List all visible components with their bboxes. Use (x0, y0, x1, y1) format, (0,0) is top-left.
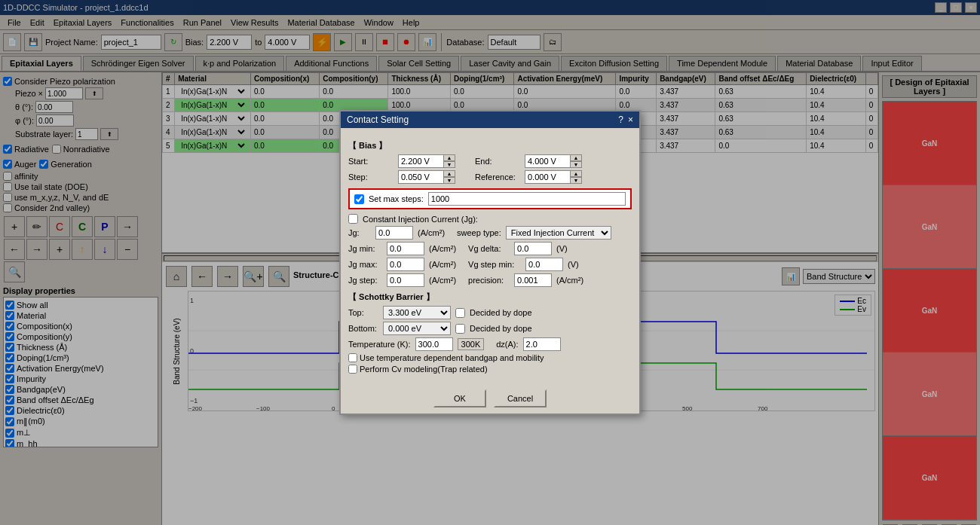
vg-delta-unit: (V) (556, 244, 568, 253)
schottky-section-header: 【 Schottky Barrier 】 (348, 291, 632, 303)
cv-checkbox[interactable] (348, 365, 357, 374)
sweep-type-select[interactable]: Fixed Injection Current Fixed Voltage (506, 226, 611, 240)
temp-dep-checkbox[interactable] (348, 353, 357, 362)
bias-step-row: Step: ▲▼ Reference: ▲▼ (348, 170, 632, 184)
cv-modeling-row: Perform Cv modeling(Trap related) (348, 365, 632, 374)
ref-up[interactable]: ▲ (570, 170, 582, 177)
top-value-select[interactable]: 3.300 eV (383, 306, 451, 319)
ref-down[interactable]: ▼ (570, 177, 582, 184)
temp-dependent-row: Use temperature dependent bandgap and mo… (348, 353, 632, 362)
bias-step-value[interactable] (398, 170, 443, 184)
precision-label: precision: (468, 276, 510, 285)
bias-start-value[interactable] (398, 154, 443, 168)
ref-value[interactable] (525, 170, 570, 184)
start-spin: ▲▼ (398, 154, 455, 168)
bias-start-row: Start: ▲▼ End: ▲▼ (348, 154, 632, 168)
schottky-top-row: Top: 3.300 eV Decided by dope (348, 306, 632, 319)
jg-step-unit: (A/cm²) (429, 276, 456, 285)
max-steps-box: Set max steps: (348, 188, 632, 209)
ok-button[interactable]: OK (433, 389, 486, 407)
vg-step-min-label: Vg step min: (468, 260, 521, 269)
dz-label: dz(A): (496, 340, 518, 349)
end-spin: ▲▼ (525, 154, 582, 168)
start-label: Start: (348, 157, 394, 166)
bottom-schottky-label: Bottom: (348, 324, 378, 333)
top-label: Top: (348, 308, 378, 317)
modal-overlay: Contact Setting ? × 【 Bias 】 Start: ▲▼ E… (0, 0, 980, 525)
top-dope-label: Decided by dope (470, 308, 532, 317)
end-up[interactable]: ▲ (570, 154, 582, 161)
temp-dep-label: Use temperature dependent bandgap and mo… (360, 353, 544, 362)
bottom-dope-checkbox[interactable] (455, 324, 465, 334)
cv-label: Perform Cv modeling(Trap related) (360, 365, 488, 374)
modal-title-text: Contact Setting (347, 114, 409, 125)
step-label: Step: (348, 172, 394, 182)
start-down[interactable]: ▼ (443, 161, 455, 168)
jg-max-label: Jg max: (348, 260, 382, 269)
top-dope-checkbox[interactable] (455, 308, 465, 318)
bias-section-header: 【 Bias 】 (348, 140, 632, 151)
jg-step-label: Jg step: (348, 276, 382, 285)
constant-injection-label: Constant Injection Current (Jg): (363, 215, 478, 224)
jg-min-label: Jg min: (348, 244, 382, 253)
jg-max-unit: (A/cm²) (429, 260, 456, 269)
jg-unit: (A/cm²) (418, 228, 445, 237)
jg-min-input[interactable] (387, 242, 424, 255)
vg-delta-input[interactable] (514, 242, 552, 255)
jg-row: Jg: (A/cm²) sweep type: Fixed Injection … (348, 226, 632, 240)
vg-step-min-input[interactable] (525, 258, 563, 271)
temperature-row: Temperature (K): 300K dz(A): (348, 337, 632, 351)
jg-min-unit: (A/cm²) (429, 244, 456, 253)
jg-min-row: Jg min: (A/cm²) Vg delta: (V) (348, 242, 632, 255)
start-up[interactable]: ▲ (443, 154, 455, 161)
ref-spin: ▲▼ (525, 170, 582, 184)
modal-help-btn[interactable]: ? (618, 114, 623, 125)
jg-label: Jg: (348, 228, 371, 237)
max-steps-checkbox[interactable] (354, 194, 364, 204)
modal-title-bar: Contact Setting ? × (341, 111, 639, 128)
precision-input[interactable] (514, 273, 552, 287)
jg-step-input[interactable] (387, 273, 424, 287)
max-steps-label: Set max steps: (369, 194, 424, 203)
modal-footer: OK Cancel (341, 383, 639, 414)
jg-step-row: Jg step: (A/cm²) precision: (A/cm²) (348, 273, 632, 287)
constant-injection-checkbox[interactable] (348, 214, 358, 224)
temperature-label: Temperature (K): (348, 340, 411, 349)
step-spin: ▲▼ (398, 170, 455, 184)
cancel-button[interactable]: Cancel (494, 389, 547, 407)
end-down[interactable]: ▼ (570, 161, 582, 168)
jg-input[interactable] (375, 226, 413, 240)
temperature-unit: 300K (458, 338, 485, 350)
dz-input[interactable] (523, 337, 561, 351)
reference-label: Reference: (475, 172, 520, 182)
bias-end-value[interactable] (525, 154, 570, 168)
bottom-dope-label: Decided by dope (470, 324, 532, 333)
temperature-input[interactable] (415, 337, 453, 351)
step-up[interactable]: ▲ (443, 170, 455, 177)
bottom-value-select[interactable]: 0.000 eV (383, 322, 451, 335)
jg-max-input[interactable] (387, 258, 424, 271)
step-down[interactable]: ▼ (443, 177, 455, 184)
jg-max-row: Jg max: (A/cm²) Vg step min: (V) (348, 258, 632, 271)
modal-body: 【 Bias 】 Start: ▲▼ End: ▲▼ Step: (341, 128, 639, 383)
sweep-type-label: sweep type: (457, 228, 501, 237)
constant-injection-row: Constant Injection Current (Jg): (348, 214, 632, 224)
vg-delta-label: Vg delta: (468, 244, 510, 253)
max-steps-input[interactable] (428, 192, 626, 206)
vg-step-min-unit: (V) (568, 260, 579, 269)
schottky-bottom-row: Bottom: 0.000 eV Decided by dope (348, 322, 632, 335)
contact-setting-modal: Contact Setting ? × 【 Bias 】 Start: ▲▼ E… (339, 110, 641, 415)
modal-close-btn[interactable]: × (628, 114, 633, 125)
end-label: End: (475, 157, 520, 166)
precision-unit: (A/cm²) (556, 276, 583, 285)
